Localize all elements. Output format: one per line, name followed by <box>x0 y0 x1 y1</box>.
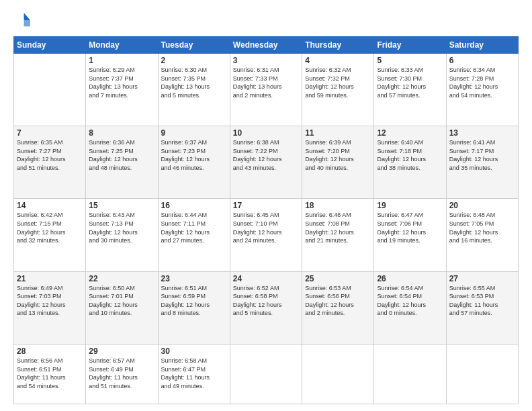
day-number: 27 <box>449 274 515 283</box>
weekday-header: Friday <box>374 37 446 54</box>
day-info: Sunrise: 6:33 AM Sunset: 7:30 PM Dayligh… <box>377 66 443 99</box>
calendar-week-row: 14Sunrise: 6:42 AM Sunset: 7:15 PM Dayli… <box>14 199 519 271</box>
day-number: 20 <box>449 201 515 210</box>
calendar-cell: 28Sunrise: 6:56 AM Sunset: 6:51 PM Dayli… <box>14 344 86 404</box>
day-info: Sunrise: 6:40 AM Sunset: 7:18 PM Dayligh… <box>377 138 443 172</box>
day-info: Sunrise: 6:51 AM Sunset: 6:59 PM Dayligh… <box>161 284 227 318</box>
calendar-cell: 25Sunrise: 6:53 AM Sunset: 6:56 PM Dayli… <box>302 271 374 344</box>
calendar-cell <box>14 54 86 126</box>
day-number: 13 <box>449 128 515 138</box>
calendar-cell: 9Sunrise: 6:37 AM Sunset: 7:23 PM Daylig… <box>158 126 230 199</box>
calendar-cell <box>302 344 374 404</box>
day-info: Sunrise: 6:38 AM Sunset: 7:22 PM Dayligh… <box>233 138 299 172</box>
day-number: 23 <box>161 274 227 283</box>
weekday-header: Tuesday <box>158 37 230 54</box>
day-info: Sunrise: 6:37 AM Sunset: 7:23 PM Dayligh… <box>161 138 227 172</box>
day-info: Sunrise: 6:41 AM Sunset: 7:17 PM Dayligh… <box>449 138 515 172</box>
weekday-header: Saturday <box>446 37 518 54</box>
day-number: 19 <box>377 201 443 210</box>
calendar-cell: 26Sunrise: 6:54 AM Sunset: 6:54 PM Dayli… <box>374 271 446 344</box>
calendar-cell <box>374 344 446 404</box>
day-number: 28 <box>17 347 83 356</box>
calendar-cell: 2Sunrise: 6:30 AM Sunset: 7:35 PM Daylig… <box>158 54 230 126</box>
day-number: 12 <box>377 128 443 138</box>
calendar-cell: 24Sunrise: 6:52 AM Sunset: 6:58 PM Dayli… <box>230 271 302 344</box>
calendar-header-row: SundayMondayTuesdayWednesdayThursdayFrid… <box>14 37 519 54</box>
calendar-cell <box>230 344 302 404</box>
day-info: Sunrise: 6:30 AM Sunset: 7:35 PM Dayligh… <box>161 66 227 99</box>
day-info: Sunrise: 6:39 AM Sunset: 7:20 PM Dayligh… <box>305 138 371 172</box>
calendar-cell: 5Sunrise: 6:33 AM Sunset: 7:30 PM Daylig… <box>374 54 446 126</box>
day-info: Sunrise: 6:58 AM Sunset: 6:47 PM Dayligh… <box>161 357 227 390</box>
calendar-cell: 19Sunrise: 6:47 AM Sunset: 7:06 PM Dayli… <box>374 199 446 271</box>
calendar-cell: 14Sunrise: 6:42 AM Sunset: 7:15 PM Dayli… <box>14 199 86 271</box>
weekday-header: Sunday <box>14 37 86 54</box>
calendar-cell: 30Sunrise: 6:58 AM Sunset: 6:47 PM Dayli… <box>158 344 230 404</box>
calendar-cell: 27Sunrise: 6:55 AM Sunset: 6:53 PM Dayli… <box>446 271 518 344</box>
calendar-cell: 20Sunrise: 6:48 AM Sunset: 7:05 PM Dayli… <box>446 199 518 271</box>
calendar-cell: 15Sunrise: 6:43 AM Sunset: 7:13 PM Dayli… <box>86 199 158 271</box>
calendar-cell: 16Sunrise: 6:44 AM Sunset: 7:11 PM Dayli… <box>158 199 230 271</box>
weekday-header: Monday <box>86 37 158 54</box>
day-info: Sunrise: 6:57 AM Sunset: 6:49 PM Dayligh… <box>89 357 154 390</box>
day-number: 6 <box>449 56 515 65</box>
header <box>13 11 519 30</box>
day-info: Sunrise: 6:55 AM Sunset: 6:53 PM Dayligh… <box>449 284 515 318</box>
day-info: Sunrise: 6:35 AM Sunset: 7:27 PM Dayligh… <box>17 138 83 172</box>
day-number: 24 <box>233 274 299 283</box>
day-info: Sunrise: 6:44 AM Sunset: 7:11 PM Dayligh… <box>161 211 227 244</box>
day-number: 9 <box>161 128 227 138</box>
day-info: Sunrise: 6:34 AM Sunset: 7:28 PM Dayligh… <box>449 66 515 99</box>
day-number: 25 <box>305 274 371 283</box>
day-number: 15 <box>89 201 154 210</box>
logo <box>13 11 35 30</box>
calendar-cell <box>446 344 518 404</box>
calendar-cell: 17Sunrise: 6:45 AM Sunset: 7:10 PM Dayli… <box>230 199 302 271</box>
calendar-week-row: 1Sunrise: 6:29 AM Sunset: 7:37 PM Daylig… <box>14 54 519 126</box>
calendar-cell: 12Sunrise: 6:40 AM Sunset: 7:18 PM Dayli… <box>374 126 446 199</box>
weekday-header: Thursday <box>302 37 374 54</box>
day-info: Sunrise: 6:49 AM Sunset: 7:03 PM Dayligh… <box>17 284 83 318</box>
day-number: 29 <box>89 347 154 356</box>
day-number: 18 <box>305 201 371 210</box>
calendar-cell: 29Sunrise: 6:57 AM Sunset: 6:49 PM Dayli… <box>86 344 158 404</box>
svg-marker-1 <box>24 20 30 26</box>
day-info: Sunrise: 6:54 AM Sunset: 6:54 PM Dayligh… <box>377 284 443 318</box>
day-number: 17 <box>233 201 299 210</box>
calendar-cell: 7Sunrise: 6:35 AM Sunset: 7:27 PM Daylig… <box>14 126 86 199</box>
calendar-cell: 18Sunrise: 6:46 AM Sunset: 7:08 PM Dayli… <box>302 199 374 271</box>
day-info: Sunrise: 6:31 AM Sunset: 7:33 PM Dayligh… <box>233 66 299 99</box>
day-info: Sunrise: 6:43 AM Sunset: 7:13 PM Dayligh… <box>89 211 154 244</box>
day-number: 4 <box>305 56 371 65</box>
day-number: 1 <box>89 56 154 65</box>
day-number: 5 <box>377 56 443 65</box>
day-info: Sunrise: 6:53 AM Sunset: 6:56 PM Dayligh… <box>305 284 371 318</box>
day-info: Sunrise: 6:46 AM Sunset: 7:08 PM Dayligh… <box>305 211 371 244</box>
day-number: 16 <box>161 201 227 210</box>
day-number: 8 <box>89 128 154 138</box>
day-info: Sunrise: 6:29 AM Sunset: 7:37 PM Dayligh… <box>89 66 154 99</box>
day-number: 3 <box>233 56 299 65</box>
day-info: Sunrise: 6:42 AM Sunset: 7:15 PM Dayligh… <box>17 211 83 244</box>
calendar-cell: 3Sunrise: 6:31 AM Sunset: 7:33 PM Daylig… <box>230 54 302 126</box>
day-number: 22 <box>89 274 154 283</box>
day-number: 7 <box>17 128 83 138</box>
calendar-week-row: 7Sunrise: 6:35 AM Sunset: 7:27 PM Daylig… <box>14 126 519 199</box>
day-info: Sunrise: 6:52 AM Sunset: 6:58 PM Dayligh… <box>233 284 299 318</box>
day-info: Sunrise: 6:47 AM Sunset: 7:06 PM Dayligh… <box>377 211 443 244</box>
calendar-week-row: 28Sunrise: 6:56 AM Sunset: 6:51 PM Dayli… <box>14 344 519 404</box>
day-number: 10 <box>233 128 299 138</box>
day-info: Sunrise: 6:45 AM Sunset: 7:10 PM Dayligh… <box>233 211 299 244</box>
day-number: 30 <box>161 347 227 356</box>
calendar-cell: 21Sunrise: 6:49 AM Sunset: 7:03 PM Dayli… <box>14 271 86 344</box>
day-info: Sunrise: 6:56 AM Sunset: 6:51 PM Dayligh… <box>17 357 83 390</box>
day-number: 2 <box>161 56 227 65</box>
calendar-cell: 8Sunrise: 6:36 AM Sunset: 7:25 PM Daylig… <box>86 126 158 199</box>
page: SundayMondayTuesdayWednesdayThursdayFrid… <box>0 0 532 411</box>
calendar-cell: 23Sunrise: 6:51 AM Sunset: 6:59 PM Dayli… <box>158 271 230 344</box>
calendar-cell: 22Sunrise: 6:50 AM Sunset: 7:01 PM Dayli… <box>86 271 158 344</box>
calendar-cell: 11Sunrise: 6:39 AM Sunset: 7:20 PM Dayli… <box>302 126 374 199</box>
calendar-cell: 6Sunrise: 6:34 AM Sunset: 7:28 PM Daylig… <box>446 54 518 126</box>
calendar-week-row: 21Sunrise: 6:49 AM Sunset: 7:03 PM Dayli… <box>14 271 519 344</box>
day-number: 11 <box>305 128 371 138</box>
